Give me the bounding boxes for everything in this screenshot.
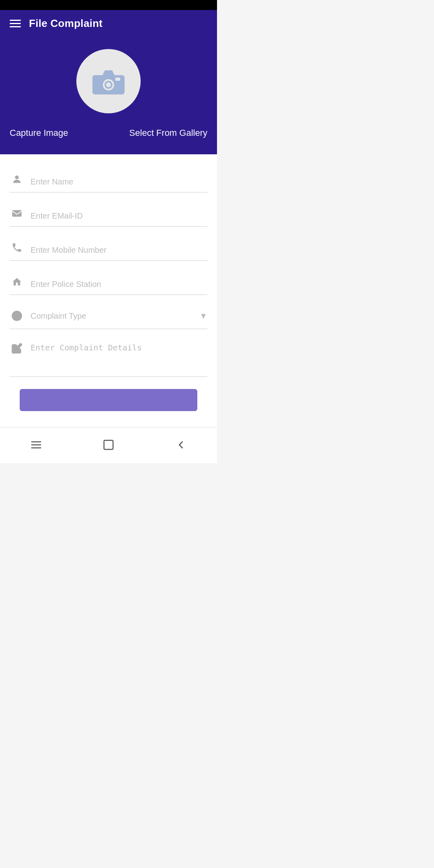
edit-icon: [10, 341, 24, 356]
complaint-details-container: [10, 333, 207, 377]
svg-rect-4: [115, 78, 120, 81]
email-field-container: [10, 197, 207, 227]
select-from-gallery-button[interactable]: Select From Gallery: [129, 128, 207, 138]
home-icon: [10, 274, 24, 289]
nav-back-button[interactable]: [167, 436, 195, 455]
image-actions: Capture Image Select From Gallery: [10, 128, 207, 138]
camera-button[interactable]: [76, 49, 141, 113]
name-field-container: [10, 162, 207, 192]
police-station-field-container: [10, 265, 207, 295]
mobile-field-container: [10, 231, 207, 261]
svg-point-3: [106, 82, 111, 87]
square-nav-icon: [102, 439, 115, 451]
check-circle-icon: [10, 309, 24, 323]
complaint-type-select[interactable]: Complaint Type Theft Assault Fraud Other: [31, 311, 193, 323]
nav-home-button[interactable]: [94, 436, 123, 455]
svg-rect-11: [104, 440, 113, 450]
svg-rect-6: [12, 210, 21, 217]
svg-point-5: [15, 176, 18, 179]
camera-icon: [90, 67, 127, 95]
submit-button[interactable]: [20, 389, 198, 411]
menu-button[interactable]: [10, 20, 21, 27]
complaint-details-input[interactable]: [31, 341, 207, 373]
page-title: File Complaint: [29, 17, 102, 30]
email-input[interactable]: [31, 211, 207, 223]
mobile-input[interactable]: [31, 246, 207, 257]
email-icon: [10, 206, 24, 221]
nav-menu-button[interactable]: [22, 436, 50, 455]
bottom-nav: [0, 427, 217, 463]
form-section: Complaint Type Theft Assault Fraud Other…: [0, 154, 217, 427]
back-nav-icon: [175, 439, 187, 451]
image-section: Capture Image Select From Gallery: [0, 37, 217, 154]
phone-icon: [10, 240, 24, 255]
chevron-down-icon: ▼: [199, 311, 207, 321]
capture-image-button[interactable]: Capture Image: [10, 128, 68, 138]
menu-nav-icon: [30, 439, 42, 451]
police-station-input[interactable]: [31, 280, 207, 291]
status-bar: [0, 0, 217, 10]
app-header: File Complaint: [0, 10, 217, 37]
name-input[interactable]: [31, 177, 207, 189]
person-icon: [10, 172, 24, 186]
complaint-type-container: Complaint Type Theft Assault Fraud Other…: [10, 299, 207, 329]
